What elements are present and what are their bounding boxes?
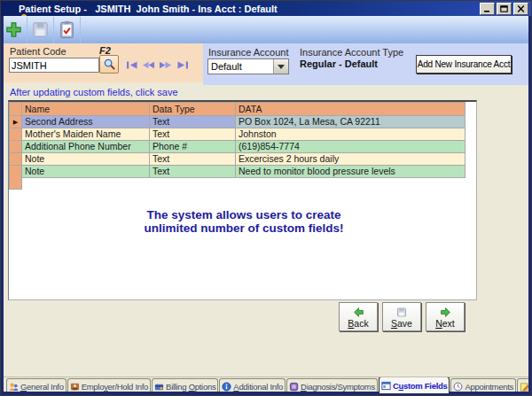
search-icon [103,58,116,71]
info-icon [222,382,231,392]
next-record-icon [159,60,172,70]
patient-code-panel: Patient Code F2 [4,43,203,82]
record-navigator [125,59,189,70]
cell-data[interactable]: PO Box 1024, La Mesa, CA 92211 [236,116,466,128]
info-message-line1: The system allows users to create [111,208,377,221]
tab-custom-fields[interactable]: Custom Fields [379,377,450,393]
row-selector-cell[interactable] [10,128,22,141]
patient-notes-icon [520,382,528,392]
employer-icon [70,382,80,392]
table-header-row: Name Data Type DATA [10,103,466,116]
next-arrow-icon [439,307,452,318]
cell-data[interactable]: Excercises 2 hours daily [236,153,466,166]
cell-data[interactable]: Johnston [236,128,466,141]
selector-header-cell [10,103,22,116]
save-button[interactable]: Save [382,302,421,331]
general-info-icon [9,382,19,392]
insurance-account-type-label: Insurance Account Type [300,47,403,58]
table-row[interactable]: Mother's Maiden Name Text Johnston [10,128,466,141]
next-record-button[interactable] [159,59,172,70]
toolbar [1,16,531,43]
cell-data-type[interactable]: Text [150,116,236,128]
tab-label: Employer/Hold Info [82,382,148,392]
cell-data-type[interactable]: Phone # [150,141,236,153]
cell-name[interactable]: Second Address [22,116,150,128]
insurance-account-type-value: Regular - Default [300,58,378,69]
diagnosis-icon [289,382,299,392]
previous-record-button[interactable] [142,59,155,70]
save-floppy-icon [395,307,408,318]
back-button[interactable]: Back [339,302,378,331]
plus-icon [4,19,24,40]
cell-data[interactable]: Need to monitor blood pressure levels [236,166,466,178]
tab-label: Appointments [465,382,513,392]
patient-search-button[interactable] [99,55,119,74]
cell-name[interactable]: Note [22,153,150,166]
save-notice-text: After updating custom fields, click save [10,87,178,97]
back-label: Back [348,318,368,329]
window-controls [480,3,528,15]
verify-button[interactable] [54,17,81,43]
column-header-data-type: Data Type [150,103,236,116]
custom-fields-icon [381,381,391,391]
close-button[interactable] [513,3,528,15]
table-row[interactable]: Note Text Excercises 2 hours daily [10,153,466,166]
back-arrow-icon [352,307,365,318]
row-selector-cell[interactable] [10,166,22,178]
window-border-right [528,16,531,395]
clipboard-check-icon [57,19,77,40]
maximize-icon [500,5,508,12]
tab-label: Billing Options [166,382,215,392]
next-button[interactable]: Next [426,302,465,331]
first-record-icon [126,60,138,70]
cell-data-type[interactable]: Text [150,166,236,178]
last-record-icon [176,60,189,70]
column-header-name: Name [22,103,150,116]
selector-column-stub [9,177,22,190]
insurance-account-select[interactable]: Default [207,58,289,74]
close-icon [517,5,525,12]
cell-data-type[interactable]: Text [150,128,236,141]
cell-name[interactable]: Additional Phone Number [22,141,150,153]
app-icon[interactable] [4,3,15,14]
patient-code-input[interactable] [9,58,99,73]
cell-data[interactable]: (619)854-7774 [236,141,466,153]
info-message: The system allows users to create unlimi… [111,208,377,235]
next-label: Next [435,318,455,329]
tab-label: Custom Fields [393,381,448,391]
last-record-button[interactable] [176,59,189,70]
minimize-icon [483,5,491,12]
custom-fields-table: Name Data Type DATA ▶ Second Address Tex… [9,102,466,178]
column-header-data: DATA [236,103,466,116]
cell-name[interactable]: Mother's Maiden Name [22,128,150,141]
custom-fields-grid: Name Data Type DATA ▶ Second Address Tex… [8,100,477,300]
info-message-line2: unlimited number of custom fields! [111,221,377,235]
save-label: Save [391,318,412,329]
cell-name[interactable]: Note [22,166,150,178]
patient-code-label: Patient Code [10,46,66,57]
tab-label: Diagnosis/Symptoms [301,382,375,392]
row-selector-cell[interactable] [10,153,22,166]
row-selector-cell[interactable]: ▶ [10,116,22,128]
add-new-insurance-acct-button[interactable]: Add New Insurance Acct [416,55,512,74]
floppy-disk-icon [30,19,51,40]
insurance-panel: Insurance Account Default Insurance Acco… [203,43,528,85]
insurance-account-label: Insurance Account [208,47,289,58]
save-toolbar-button[interactable] [27,17,54,43]
cell-data-type[interactable]: Text [150,153,236,166]
table-row[interactable]: Additional Phone Number Phone # (619)854… [10,141,466,153]
minimize-button[interactable] [480,3,495,15]
patient-setup-window: Patient Setup - JSMITH John Smith - Ins … [0,0,532,396]
dropdown-arrow-icon[interactable] [273,59,288,74]
window-title: Patient Setup - JSMITH John Smith - Ins … [19,4,480,14]
tab-label: General Info [20,382,64,392]
add-patient-button[interactable] [1,17,27,43]
titlebar[interactable]: Patient Setup - JSMITH John Smith - Ins … [1,1,531,16]
table-row[interactable]: Note Text Need to monitor blood pressure… [10,166,466,178]
table-row[interactable]: ▶ Second Address Text PO Box 1024, La Me… [10,116,466,128]
first-record-button[interactable] [125,59,138,70]
insurance-account-value: Default [208,61,273,72]
tab-label: Additional Info [233,382,283,392]
row-selector-cell[interactable] [10,141,22,153]
maximize-button[interactable] [497,3,512,15]
